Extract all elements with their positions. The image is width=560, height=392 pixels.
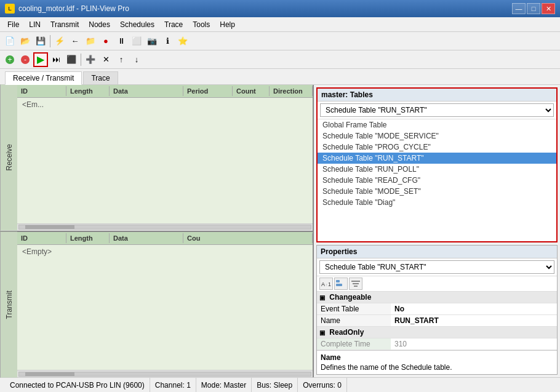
tab-strip: Receive / Transmit Trace bbox=[0, 69, 560, 85]
list-item-read-cfg[interactable]: Schedule Table "READ_CFG" bbox=[318, 175, 556, 186]
play-button[interactable]: ▶ bbox=[33, 52, 48, 67]
prop-dropdown[interactable]: Schedule Table "RUN_START" bbox=[319, 260, 554, 274]
svg-text:-: - bbox=[24, 55, 26, 64]
col-length: Length bbox=[66, 86, 110, 96]
prop-val-complete-time: 310 bbox=[391, 338, 557, 350]
pause-button[interactable]: ⏸ bbox=[114, 34, 129, 49]
delete-red-button[interactable]: - bbox=[18, 52, 33, 67]
receive-scrollbar[interactable] bbox=[17, 223, 313, 231]
expand-changeable-icon[interactable]: ▣ bbox=[319, 294, 325, 301]
col-id: ID bbox=[17, 86, 66, 96]
menubar: File LIN Transmit Nodes Schedules Trace … bbox=[0, 17, 560, 32]
move-up-button[interactable]: ↑ bbox=[114, 52, 129, 67]
stop2-button[interactable]: ⬛ bbox=[64, 52, 79, 67]
app-icon: L bbox=[5, 4, 15, 14]
menu-lin[interactable]: LIN bbox=[24, 19, 46, 30]
expand-readonly-icon[interactable]: ▣ bbox=[319, 329, 325, 336]
receive-table-body[interactable]: <Em... bbox=[17, 98, 313, 223]
tab-trace[interactable]: Trace bbox=[83, 71, 118, 84]
transmit-table-header: ID Length Data Cou bbox=[17, 232, 313, 245]
prop-desc-text: Defines the name of the Schedule table. bbox=[321, 363, 553, 372]
menu-help[interactable]: Help bbox=[215, 19, 240, 30]
open-button[interactable]: 📂 bbox=[18, 34, 33, 49]
sort-alpha-btn[interactable]: A ↑ 1 bbox=[319, 278, 333, 290]
minimize-button[interactable]: — bbox=[512, 3, 526, 14]
list-item-global-frame[interactable]: Global Frame Table bbox=[318, 119, 556, 130]
list-item-run-start[interactable]: Schedule Table "RUN_START" bbox=[318, 153, 556, 164]
transmit-hscroll-thumb bbox=[25, 372, 74, 376]
menu-file[interactable]: File bbox=[2, 19, 24, 30]
skip-forward-button[interactable]: ⏭ bbox=[49, 52, 63, 67]
svg-rect-10 bbox=[353, 283, 359, 284]
lightning-button[interactable]: ⚡ bbox=[52, 34, 67, 49]
close-button[interactable]: ✕ bbox=[542, 3, 555, 14]
list-item-prog-cycle[interactable]: Schedule Table "PROG_CYCLE" bbox=[318, 142, 556, 153]
receive-hscroll[interactable] bbox=[18, 225, 311, 230]
prop-row-name: Name RUN_START bbox=[317, 315, 557, 327]
folder-button[interactable]: 📁 bbox=[83, 34, 98, 49]
filter-btn[interactable] bbox=[349, 278, 362, 290]
col-data: Data bbox=[110, 86, 183, 96]
transmit-scrollbar[interactable] bbox=[17, 370, 313, 377]
list-item-mode-set[interactable]: Schedule Table "MODE_SET" bbox=[318, 186, 556, 197]
menu-tools[interactable]: Tools bbox=[188, 19, 215, 30]
menu-trace[interactable]: Trace bbox=[159, 19, 188, 30]
svg-rect-8 bbox=[336, 284, 342, 286]
prop-toolbar: A ↑ 1 bbox=[317, 276, 557, 292]
menu-transmit[interactable]: Transmit bbox=[46, 19, 84, 30]
list-item-diag[interactable]: Schedule Table "Diag" bbox=[318, 197, 556, 208]
add-green-button[interactable]: + bbox=[2, 52, 17, 67]
tab-receive-transmit[interactable]: Receive / Transmit bbox=[5, 71, 82, 85]
save-button[interactable]: 💾 bbox=[33, 34, 48, 49]
sort-cat-btn[interactable] bbox=[334, 278, 348, 290]
status-connection: Connected to PCAN-USB Pro LIN (9600) bbox=[5, 378, 150, 392]
prop-key-name: Name bbox=[317, 315, 391, 327]
prop-section-readonly: ▣ ReadOnly bbox=[317, 327, 557, 338]
transmit-table-body[interactable]: <Empty> bbox=[17, 245, 313, 370]
left-panel: Receive ID Length Data Period Count Dire… bbox=[0, 85, 314, 377]
list-item-run-poll[interactable]: Schedule Table "RUN_POLL" bbox=[318, 164, 556, 175]
main-content: Receive ID Length Data Period Count Dire… bbox=[0, 85, 560, 377]
tables-section: master: Tables Schedule Table "RUN_START… bbox=[316, 87, 558, 242]
prop-key-event-table: Event Table bbox=[317, 303, 391, 315]
status-overruns: Overruns: 0 bbox=[298, 378, 347, 392]
new-button[interactable]: 📄 bbox=[2, 34, 17, 49]
col-count: Count bbox=[233, 86, 270, 96]
info-button[interactable]: ℹ bbox=[160, 34, 175, 49]
snapshot-button[interactable]: 📷 bbox=[145, 34, 159, 49]
trans-col-count: Cou bbox=[183, 233, 313, 243]
transmit-hscroll[interactable] bbox=[18, 372, 311, 377]
svg-rect-11 bbox=[354, 286, 358, 287]
receive-placeholder: <Em... bbox=[17, 98, 313, 111]
tables-list: Global Frame Table Schedule Table "MODE_… bbox=[318, 119, 556, 208]
statusbar: Connected to PCAN-USB Pro LIN (9600) Cha… bbox=[0, 377, 560, 392]
about-button[interactable]: ⭐ bbox=[175, 34, 190, 49]
receive-table-header: ID Length Data Period Count Direction bbox=[17, 85, 313, 98]
record-button[interactable]: ● bbox=[98, 34, 113, 49]
svg-text:A: A bbox=[321, 281, 325, 287]
maximize-button[interactable]: □ bbox=[527, 3, 540, 14]
trans-col-data: Data bbox=[110, 233, 183, 243]
stop-button[interactable]: ⬜ bbox=[129, 34, 144, 49]
menu-schedules[interactable]: Schedules bbox=[115, 19, 159, 30]
play-icon: ▶ bbox=[37, 54, 44, 65]
separator-1 bbox=[50, 35, 50, 47]
tables-dropdown[interactable]: Schedule Table "RUN_START" bbox=[320, 103, 554, 117]
svg-text:+: + bbox=[7, 55, 12, 64]
transmit-label: Transmit bbox=[0, 232, 17, 378]
remove-button[interactable]: ✕ bbox=[98, 52, 113, 67]
prop-section-changeable: ▣ Changeable bbox=[317, 292, 557, 303]
add2-button[interactable]: ➕ bbox=[83, 52, 98, 67]
list-item-mode-service[interactable]: Schedule Table "MODE_SERVICE" bbox=[318, 130, 556, 142]
readonly-label: ReadOnly bbox=[329, 328, 364, 337]
move-down-button[interactable]: ↓ bbox=[129, 52, 144, 67]
toolbar-1: 📄 📂 💾 ⚡ ← 📁 ● ⏸ ⬜ 📷 ℹ ⭐ bbox=[0, 32, 560, 50]
menu-nodes[interactable]: Nodes bbox=[84, 19, 115, 30]
prop-desc-title: Name bbox=[321, 353, 553, 362]
back-button[interactable]: ← bbox=[68, 34, 82, 49]
prop-description: Name Defines the name of the Schedule ta… bbox=[317, 350, 557, 374]
receive-section: Receive ID Length Data Period Count Dire… bbox=[0, 85, 313, 232]
col-direction: Direction bbox=[270, 86, 313, 96]
prop-val-name[interactable]: RUN_START bbox=[391, 315, 557, 327]
prop-val-event-table[interactable]: No bbox=[391, 303, 557, 315]
